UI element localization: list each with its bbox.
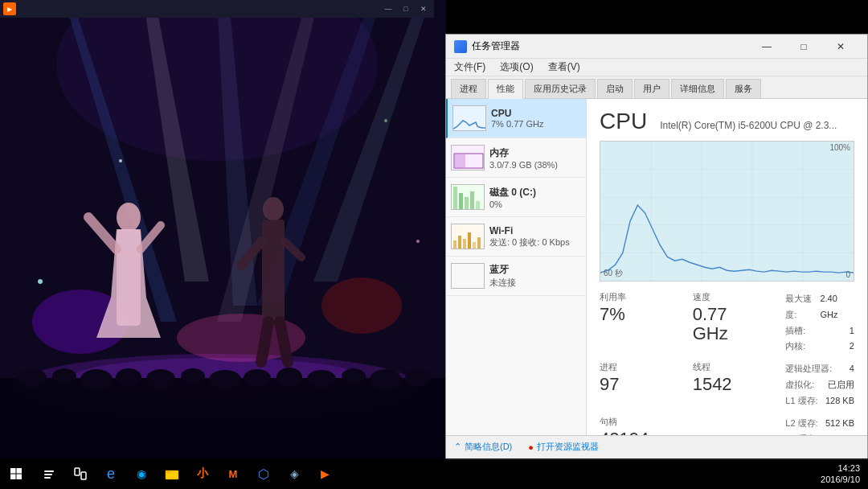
speed-value: 0.77 GHz — [693, 305, 762, 343]
handle-value: 42194 — [600, 429, 669, 435]
l2-value: 512 KB — [825, 416, 854, 432]
sidebar-item-bluetooth[interactable]: 蓝牙 未连接 — [446, 257, 586, 296]
video-maximize-button[interactable]: □ — [399, 2, 413, 15]
taskbar-task-view-button[interactable] — [66, 459, 95, 488]
taskbar-search-button[interactable] — [35, 459, 64, 488]
core-label: 内核: — [785, 339, 805, 355]
task-manager-bottombar: ⌃ 简略信息(D) ● 打开资源监视器 — [446, 435, 867, 458]
task-manager-window: 任务管理器 — □ ✕ 文件(F) 选项(O) 查看(V) 进程 性能 应用历史… — [445, 34, 868, 460]
svg-point-33 — [146, 369, 175, 388]
svg-point-40 — [370, 369, 402, 390]
svg-rect-77 — [81, 472, 86, 479]
right-stats-block-3: L2 缓存: 512 KB L3 缓存: 3.0 MB — [785, 416, 854, 435]
start-button[interactable] — [0, 458, 32, 489]
svg-rect-53 — [453, 240, 457, 249]
tab-users[interactable]: 用户 — [634, 79, 669, 98]
tab-services[interactable]: 服务 — [726, 79, 761, 98]
taskbar-edge-button[interactable]: e — [96, 459, 125, 488]
right-stats-block: 最大速度: 2.40 GHz 插槽: 1 内核: 2 — [785, 291, 854, 355]
max-speed-label: 最大速度: — [785, 291, 820, 323]
svg-rect-51 — [476, 201, 480, 209]
l3-value: 3.0 MB — [826, 431, 854, 435]
logical-label: 逻辑处理器: — [785, 361, 832, 377]
taskbar-xiaomi-button[interactable]: 小 — [188, 459, 217, 488]
svg-rect-79 — [166, 471, 171, 473]
tab-process[interactable]: 进程 — [451, 79, 486, 98]
svg-rect-73 — [44, 477, 51, 479]
taskbar-icons: e ◉ 小 M ⬡ ◈ ▶ — [32, 459, 342, 488]
memory-item-info: 内存 3.0/7.9 GB (38%) — [489, 146, 581, 170]
chevron-up-icon: ⌃ — [454, 442, 461, 452]
svg-rect-54 — [458, 236, 461, 249]
taskbar-right: 14:23 2016/9/10 — [821, 462, 868, 486]
menu-view[interactable]: 查看(V) — [545, 59, 583, 76]
stat-handle: 句柄 42194 — [600, 416, 669, 435]
tab-details[interactable]: 详细信息 — [671, 79, 724, 98]
max-speed-value: 2.40 GHz — [820, 291, 854, 323]
core-value: 2 — [850, 339, 854, 355]
logical-value: 4 — [850, 361, 854, 377]
video-close-button[interactable]: ✕ — [416, 2, 431, 15]
taskbar-datetime: 14:23 2016/9/10 — [821, 462, 860, 486]
thread-label: 线程 — [693, 361, 762, 373]
svg-rect-60 — [600, 142, 854, 281]
svg-point-38 — [307, 370, 336, 388]
task-manager-window-controls: — □ ✕ — [748, 35, 859, 59]
svg-rect-76 — [75, 468, 80, 475]
stat-thread: 线程 1542 — [693, 361, 762, 409]
svg-point-29 — [18, 368, 47, 388]
menu-options[interactable]: 选项(O) — [497, 59, 536, 76]
svg-point-15 — [119, 159, 122, 162]
tm-sidebar: CPU 7% 0.77 GHz 内存 3.0/7.9 GB (38%) — [446, 99, 587, 435]
svg-rect-58 — [477, 237, 481, 249]
taskbar-explorer-button[interactable] — [158, 459, 186, 488]
svg-point-13 — [38, 279, 43, 284]
virt-value: 已启用 — [828, 377, 854, 393]
svg-point-32 — [116, 368, 141, 386]
memory-item-name: 内存 — [489, 146, 581, 160]
open-monitor-link[interactable]: ● 打开资源监视器 — [528, 441, 599, 453]
sidebar-item-memory[interactable]: 内存 3.0/7.9 GB (38%) — [446, 138, 586, 178]
sidebar-item-wifi[interactable]: Wi-Fi 发送: 0 接收: 0 Kbps — [446, 217, 586, 257]
cpu-item-value: 7% 0.77 GHz — [491, 119, 581, 129]
graph-y-min-label: 0 — [845, 270, 850, 279]
taskbar: e ◉ 小 M ⬡ ◈ ▶ 14:23 2016/9/10 — [0, 458, 868, 489]
tab-app-history[interactable]: 应用历史记录 — [525, 79, 596, 98]
sidebar-item-cpu[interactable]: CPU 7% 0.77 GHz — [446, 99, 586, 138]
tab-performance[interactable]: 性能 — [488, 79, 523, 99]
svg-rect-70 — [17, 468, 23, 474]
util-value: 7% — [600, 305, 669, 324]
simple-info-label: 简略信息(D) — [465, 441, 512, 453]
taskbar-blue-button[interactable]: ⬡ — [249, 459, 278, 488]
tm-maximize-button[interactable]: □ — [785, 35, 822, 59]
video-minimize-button[interactable]: — — [381, 2, 395, 15]
sidebar-item-disk[interactable]: 磁盘 0 (C:) 0% — [446, 178, 586, 217]
taskbar-icon-8[interactable]: ◈ — [280, 459, 309, 488]
video-window-controls: — □ ✕ — [381, 2, 431, 15]
tm-minimize-button[interactable]: — — [748, 35, 785, 59]
tm-close-button[interactable]: ✕ — [822, 35, 859, 59]
util-label: 利用率 — [600, 291, 669, 303]
svg-point-39 — [342, 368, 366, 384]
svg-rect-59 — [452, 264, 485, 289]
disk-item-value: 0% — [489, 199, 581, 209]
tab-startup[interactable]: 启动 — [597, 79, 633, 98]
simple-info-link[interactable]: ⌃ 简略信息(D) — [454, 441, 512, 453]
taskbar-icon-3[interactable]: ◉ — [127, 459, 156, 488]
handle-label: 句柄 — [600, 416, 669, 428]
cpu-mini-graph — [452, 105, 486, 131]
taskbar-mi-button[interactable]: M — [219, 459, 248, 488]
taskbar-video-button[interactable]: ▶ — [310, 459, 339, 488]
svg-rect-71 — [10, 475, 16, 480]
task-manager-titlebar: 任务管理器 — □ ✕ — [446, 35, 867, 59]
cpu-item-name: CPU — [491, 108, 581, 119]
cpu-title: CPU — [600, 109, 647, 134]
process-value: 97 — [600, 375, 669, 394]
svg-rect-57 — [473, 242, 476, 249]
cpu-usage-graph: 100% 0 60 秒 — [600, 141, 854, 281]
task-manager-menubar: 文件(F) 选项(O) 查看(V) — [446, 59, 867, 76]
menu-file[interactable]: 文件(F) — [451, 59, 489, 76]
task-manager-title: 任务管理器 — [472, 39, 520, 53]
svg-point-34 — [181, 368, 205, 384]
svg-point-37 — [276, 368, 302, 387]
